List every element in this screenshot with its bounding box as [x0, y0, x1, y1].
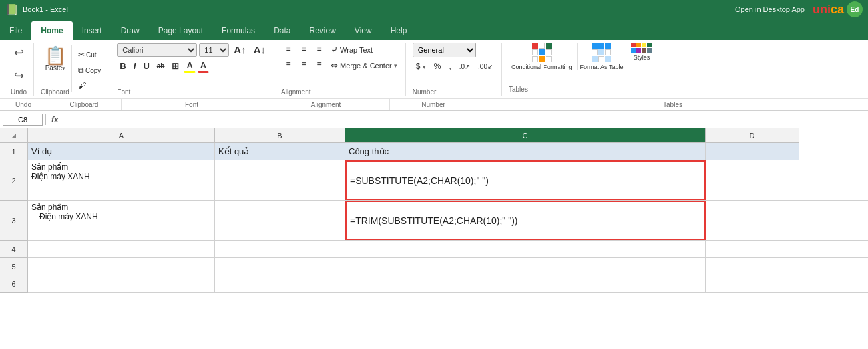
cell-b2[interactable] — [215, 160, 345, 200]
user-avatar[interactable]: Ed — [847, 1, 863, 17]
conditional-formatting-label[interactable]: Conditional Formatting — [511, 64, 572, 70]
decrease-font-button[interactable]: A↓ — [251, 43, 268, 57]
align-top-left[interactable]: ≡ — [281, 43, 296, 55]
excel-icon: 📗 — [5, 3, 19, 16]
cell-b5[interactable] — [215, 258, 345, 275]
tab-data[interactable]: Data — [264, 21, 300, 40]
percent-button[interactable]: % — [431, 60, 445, 73]
corner-cell[interactable] — [0, 128, 28, 143]
cell-a1[interactable]: Ví dụ — [28, 143, 215, 160]
cell-d5[interactable] — [706, 258, 799, 275]
tab-formulas[interactable]: Formulas — [212, 21, 264, 40]
bold-button[interactable]: B — [117, 60, 128, 72]
cell-a3[interactable]: Sản phẩm Điện máy XANH — [28, 201, 215, 240]
cell-a2[interactable]: Sản phẩm Điện máy XANH — [28, 160, 215, 200]
cell-a5[interactable] — [28, 258, 215, 275]
merge-center-button[interactable]: ⇔ Merge & Center ▾ — [328, 58, 400, 72]
tab-page-layout[interactable]: Page Layout — [149, 21, 212, 40]
redo-button[interactable]: ↪ — [9, 66, 28, 86]
clipboard-group: 📋 Paste ▾ ✂ Cut ⧉ Copy 🖌 Clipboard — [35, 43, 110, 96]
paste-button[interactable]: 📋 Paste ▾ — [41, 45, 70, 73]
wrap-text-button[interactable]: ⤶ Wrap Text — [328, 43, 400, 57]
font-color-button[interactable]: A — [198, 59, 209, 73]
formula-bar: fx — [0, 111, 868, 128]
cut-button[interactable]: ✂ Cut — [75, 48, 104, 62]
number-group: General $ ▾ % , .0↗ .00↙ Number — [407, 43, 502, 96]
cell-c5[interactable] — [345, 258, 706, 275]
row-num-3[interactable]: 3 — [0, 201, 28, 241]
strikethrough-button[interactable]: ab — [154, 61, 168, 71]
tab-insert[interactable]: Insert — [73, 21, 112, 40]
table-row — [28, 275, 868, 293]
align-top-right[interactable]: ≡ — [312, 43, 327, 55]
align-middle-left[interactable]: ≡ — [281, 58, 296, 70]
increase-font-button[interactable]: A↑ — [231, 43, 248, 57]
cell-b1[interactable]: Kết quả — [215, 143, 345, 160]
table-row — [28, 258, 868, 275]
fill-color-button[interactable]: A — [184, 59, 195, 73]
undo-button[interactable]: ↩ — [9, 43, 28, 63]
font-group-label: Font — [122, 101, 262, 108]
cell-c6[interactable] — [345, 275, 706, 292]
row-num-2[interactable]: 2 — [0, 160, 28, 201]
cell-c4[interactable] — [345, 241, 706, 257]
alignment-label: Alignment — [281, 87, 310, 96]
col-header-a[interactable]: A — [28, 128, 215, 142]
align-top-center[interactable]: ≡ — [296, 43, 311, 55]
alignment-group-label: Alignment — [262, 101, 389, 108]
tab-file[interactable]: File — [0, 21, 31, 40]
dec-inc-button[interactable]: .0↗ — [456, 61, 473, 72]
borders-button[interactable]: ⊞ — [169, 60, 182, 72]
format-as-table-label[interactable]: Format As Table — [580, 64, 624, 70]
number-format-select[interactable]: General — [413, 43, 476, 57]
row-num-4[interactable]: 4 — [0, 241, 28, 258]
tab-help[interactable]: Help — [381, 21, 417, 40]
wrap-merge-col: ⤶ Wrap Text ⇔ Merge & Center ▾ — [328, 43, 400, 72]
cell-c3[interactable]: =TRIM(SUBSTITUTE(A2;CHAR(10);" ")) — [345, 201, 706, 240]
format-painter-button[interactable]: 🖌 — [75, 79, 104, 92]
tab-home[interactable]: Home — [31, 21, 72, 40]
open-desktop-label[interactable]: Open in Desktop App — [735, 5, 805, 13]
cell-d1[interactable] — [706, 143, 799, 160]
col-header-c[interactable]: C — [345, 128, 706, 142]
cell-c1[interactable]: Công thức — [345, 143, 706, 160]
cell-d2[interactable] — [706, 160, 799, 200]
formula-input[interactable] — [64, 114, 865, 126]
cell-c2[interactable]: =SUBSTITUTE(A2;CHAR(10);" ") — [345, 160, 706, 200]
align-middle-right[interactable]: ≡ — [312, 58, 327, 70]
row-num-6[interactable]: 6 — [0, 275, 28, 293]
font-label: Font — [117, 87, 130, 96]
cell-d4[interactable] — [706, 241, 799, 257]
cell-b3[interactable] — [215, 201, 345, 240]
toolbar: ↩ ↪ Undo 📋 Paste ▾ ✂ Cut ⧉ Copy 🖌 Clipbo… — [0, 40, 868, 99]
align-middle-center[interactable]: ≡ — [296, 58, 311, 70]
cell-a4[interactable] — [28, 241, 215, 257]
font-size-select[interactable]: 11 — [199, 43, 229, 57]
comma-button[interactable]: , — [445, 60, 454, 73]
col-header-b[interactable]: B — [215, 128, 345, 142]
number-label: Number — [413, 87, 437, 96]
row-num-5[interactable]: 5 — [0, 258, 28, 275]
table-row: Sản phẩm Điện máy XANH =SUBSTITUTE(A2;CH… — [28, 160, 868, 201]
spreadsheet: A B C D 1 2 3 4 5 6 Ví dụ Kết quả — [0, 128, 868, 293]
dollar-button[interactable]: $ ▾ — [413, 60, 429, 73]
cell-ref-input[interactable] — [3, 114, 43, 126]
font-family-select[interactable]: Calibri — [117, 43, 197, 57]
grid-body: 1 2 3 4 5 6 Ví dụ Kết quả Công thức — [0, 143, 868, 293]
cell-b6[interactable] — [215, 275, 345, 292]
cell-d6[interactable] — [706, 275, 799, 292]
tab-review[interactable]: Review — [300, 21, 345, 40]
dec-dec-button[interactable]: .00↙ — [475, 61, 496, 72]
cell-a3-content: Sản phẩm Điện máy XANH — [31, 203, 98, 221]
col-header-d[interactable]: D — [706, 128, 799, 142]
cell-b4[interactable] — [215, 241, 345, 257]
row-num-1[interactable]: 1 — [0, 143, 28, 160]
tab-view[interactable]: View — [345, 21, 381, 40]
italic-button[interactable]: I — [131, 60, 139, 72]
underline-button[interactable]: U — [140, 60, 152, 72]
cell-d3[interactable] — [706, 201, 799, 240]
cell-a6[interactable] — [28, 275, 215, 292]
styles-label[interactable]: Styles — [634, 54, 650, 61]
tab-draw[interactable]: Draw — [112, 21, 149, 40]
copy-button[interactable]: ⧉ Copy — [75, 64, 104, 77]
